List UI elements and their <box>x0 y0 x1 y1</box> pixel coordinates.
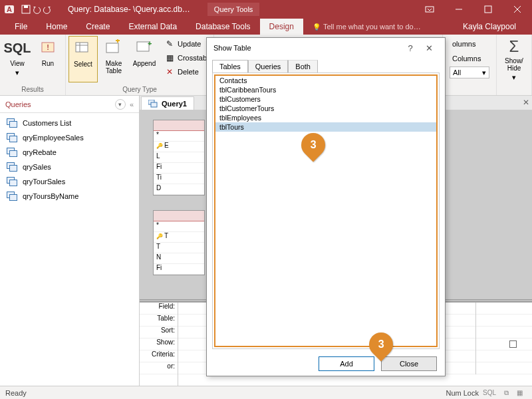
svg-rect-3 <box>24 5 28 8</box>
checkbox[interactable] <box>509 340 517 348</box>
append-button[interactable]: + Append <box>130 36 159 82</box>
close-window-button[interactable] <box>503 0 532 19</box>
qbe-label: Criteria: <box>140 350 178 362</box>
close-button[interactable]: Close <box>381 356 437 371</box>
dialog-titlebar[interactable]: Show Table ? ✕ <box>207 38 445 58</box>
qbe-label: or: <box>140 362 178 374</box>
crosstab-button[interactable]: ▦Crosstab <box>162 51 209 65</box>
status-bar: Ready Num Lock SQL ⧉ ▦ <box>0 386 532 399</box>
delete-icon: ✕ <box>164 66 175 77</box>
maketable-button[interactable]: Make Table <box>99 36 128 82</box>
view-datasheet-button[interactable]: ▦ <box>513 389 527 396</box>
qbe-cell[interactable] <box>476 327 532 338</box>
qbe-label: Show: <box>140 338 178 350</box>
chevron-down-icon: ▾ <box>482 68 486 77</box>
view-design-button[interactable]: ⧉ <box>500 389 513 397</box>
undo-icon[interactable] <box>32 5 41 14</box>
chevron-down-icon: ▾ <box>512 73 516 82</box>
show-table-dialog: Show Table ? ✕ Tables Queries Both Conta… <box>206 37 446 376</box>
tab-database-tools[interactable]: Database Tools <box>186 19 260 35</box>
document-tab-query1[interactable]: Query1 <box>141 96 194 110</box>
navpane-item[interactable]: Customers List <box>0 116 139 130</box>
view-sql-button[interactable]: SQL <box>479 389 500 396</box>
dialog-help-button[interactable]: ? <box>401 43 420 53</box>
table-card[interactable]: * T T N Fi <box>153 210 205 275</box>
svg-text:+: + <box>148 39 152 47</box>
navpane-item[interactable]: qryEmployeeSales <box>0 130 139 145</box>
qbe-cell[interactable] <box>476 350 532 362</box>
view-button[interactable]: SQL View ▾ <box>3 36 32 82</box>
query-icon <box>7 162 17 172</box>
list-item[interactable]: tblCaribbeanTours <box>215 85 436 94</box>
qbe-label: Sort: <box>140 327 178 338</box>
select-querytype-button[interactable]: Select <box>68 36 98 82</box>
qbe-row-labels: Field:Table:Sort:Show:Criteria:or: <box>140 303 178 386</box>
dialog-tab-tables[interactable]: Tables <box>212 60 248 72</box>
list-item[interactable]: tblCustomerTours <box>215 104 436 113</box>
status-ready: Ready <box>5 389 27 397</box>
ribbon-options-icon[interactable] <box>415 0 444 19</box>
tell-me-search[interactable]: Tell me what you want to do… <box>303 19 430 35</box>
table-card[interactable]: * E L Fi Ti D <box>153 120 205 196</box>
qbe-label: Table: <box>140 315 178 327</box>
document-close-button[interactable]: ✕ <box>523 98 529 107</box>
navpane-item[interactable]: qryToursByName <box>0 189 139 203</box>
dialog-tabs: Tables Queries Both <box>207 58 445 72</box>
update-button[interactable]: ✎Update <box>162 37 209 51</box>
add-button[interactable]: Add <box>319 356 374 371</box>
app-icon: A <box>0 0 19 19</box>
query-icon <box>7 133 17 142</box>
navpane-item[interactable]: qryTourSales <box>0 174 139 189</box>
navpane-item[interactable]: qrySales <box>0 160 139 174</box>
list-item[interactable]: tblTours <box>215 122 436 132</box>
svg-rect-18 <box>151 102 157 107</box>
select-icon <box>72 38 94 59</box>
tab-home[interactable]: Home <box>37 19 76 35</box>
svg-rect-6 <box>485 6 491 13</box>
dialog-tab-queries[interactable]: Queries <box>248 60 289 72</box>
qbe-cell[interactable] <box>476 315 532 327</box>
run-button[interactable]: ! Run <box>33 36 63 82</box>
navpane-collapse-icon[interactable]: « <box>130 100 134 108</box>
qbe-cell[interactable] <box>476 303 532 315</box>
dialog-tab-both[interactable]: Both <box>288 60 318 72</box>
navpane-list: Customers ListqryEmployeeSalesqryRebateq… <box>0 113 139 206</box>
tab-create[interactable]: Create <box>76 19 119 35</box>
navpane-filter-icon[interactable]: ▾ <box>115 99 126 110</box>
query-icon <box>7 192 17 201</box>
qbe-cell[interactable] <box>476 338 532 350</box>
qbe-label: Field: <box>140 303 178 315</box>
delete-button[interactable]: ✕Delete <box>162 65 209 78</box>
user-name[interactable]: Kayla Claypool <box>454 19 525 35</box>
svg-text:!: ! <box>47 43 49 51</box>
status-numlock: Num Lock <box>446 389 479 397</box>
list-item[interactable]: tblCustomers <box>215 94 436 104</box>
qbe-cell[interactable] <box>476 362 532 374</box>
ribbon-group-results: SQL View ▾ ! Run Results <box>0 35 66 95</box>
dialog-close-icon[interactable]: ✕ <box>420 43 438 53</box>
window-title: Query: Database- \Query.acc.db… <box>55 5 203 14</box>
svg-rect-14 <box>106 43 118 53</box>
tables-listbox[interactable]: ContactstblCaribbeanTourstblCustomerstbl… <box>214 74 438 347</box>
list-item[interactable]: tblEmployees <box>215 113 436 122</box>
tab-design[interactable]: Design <box>260 19 303 35</box>
query-icon <box>7 118 17 128</box>
return-combo[interactable]: All▾ <box>450 66 489 78</box>
minimize-button[interactable] <box>444 0 473 19</box>
maketable-icon <box>103 37 124 59</box>
query-icon <box>7 177 17 186</box>
list-item[interactable]: Contacts <box>215 76 436 85</box>
maximize-button[interactable] <box>473 0 503 19</box>
redo-icon[interactable] <box>43 5 52 14</box>
qbe-column[interactable] <box>476 303 532 374</box>
totals-button[interactable]: Σ Show/ Hide ▾ <box>499 36 529 82</box>
tab-external-data[interactable]: External Data <box>119 19 186 35</box>
save-icon[interactable] <box>21 5 31 14</box>
context-tab-label: Query Tools <box>207 3 260 16</box>
navpane-item[interactable]: qryRebate <box>0 145 139 160</box>
ribbon-group-right: olumns Columns All▾ <box>442 35 497 95</box>
tab-file[interactable]: File <box>5 19 37 35</box>
titlebar: A Query: Database- \Query.acc.db… Query … <box>0 0 532 19</box>
navpane-header[interactable]: Queries ▾ « <box>0 96 139 113</box>
navigation-pane: Queries ▾ « Customers ListqryEmployeeSal… <box>0 96 140 386</box>
